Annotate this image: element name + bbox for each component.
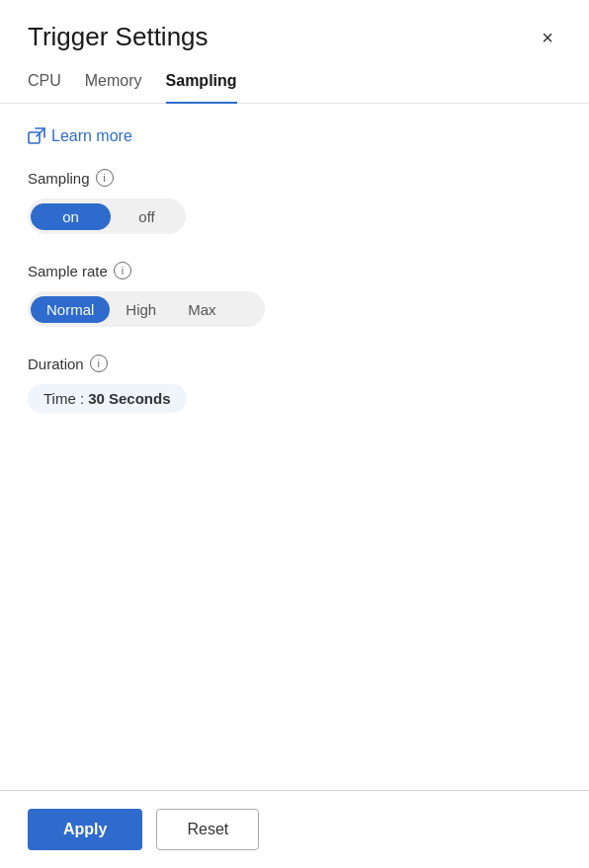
duration-prefix: Time : [43,390,84,407]
toggle-off-option[interactable]: off [111,203,183,230]
toggle-on-option[interactable]: on [31,203,111,230]
duration-info-icon[interactable]: i [90,355,108,372]
rate-option-high[interactable]: High [110,296,172,323]
external-link-icon [28,127,45,145]
tab-content: Learn more Sampling i on off Sample rate… [0,104,589,790]
duration-badge[interactable]: Time : 30 Seconds [28,384,187,413]
duration-label: Duration [28,355,84,372]
tab-cpu[interactable]: CPU [28,62,61,104]
duration-value: 30 Seconds [88,390,170,407]
sampling-label-row: Sampling i [28,169,561,187]
trigger-settings-dialog: Trigger Settings × CPU Memory Sampling L… [0,0,589,868]
learn-more-label: Learn more [51,127,132,145]
dialog-header: Trigger Settings × [0,0,589,62]
tab-sampling[interactable]: Sampling [166,62,237,104]
sample-rate-label-row: Sample rate i [28,262,561,279]
dialog-title: Trigger Settings [28,22,209,52]
sample-rate-info-icon[interactable]: i [114,262,131,279]
tabs-bar: CPU Memory Sampling [0,62,589,104]
sampling-label: Sampling [28,170,90,187]
tab-memory[interactable]: Memory [85,62,142,104]
sampling-toggle[interactable]: on off [28,198,186,234]
rate-option-max[interactable]: Max [172,296,231,323]
sampling-info-icon[interactable]: i [96,169,114,187]
sample-rate-selector[interactable]: Normal High Max [28,291,265,327]
reset-button[interactable]: Reset [156,809,259,850]
sample-rate-label: Sample rate [28,263,108,279]
learn-more-link[interactable]: Learn more [28,127,561,145]
rate-option-normal[interactable]: Normal [31,296,110,323]
close-button[interactable]: × [534,24,561,51]
duration-label-row: Duration i [28,355,561,372]
dialog-footer: Apply Reset [0,790,589,868]
apply-button[interactable]: Apply [28,809,142,850]
